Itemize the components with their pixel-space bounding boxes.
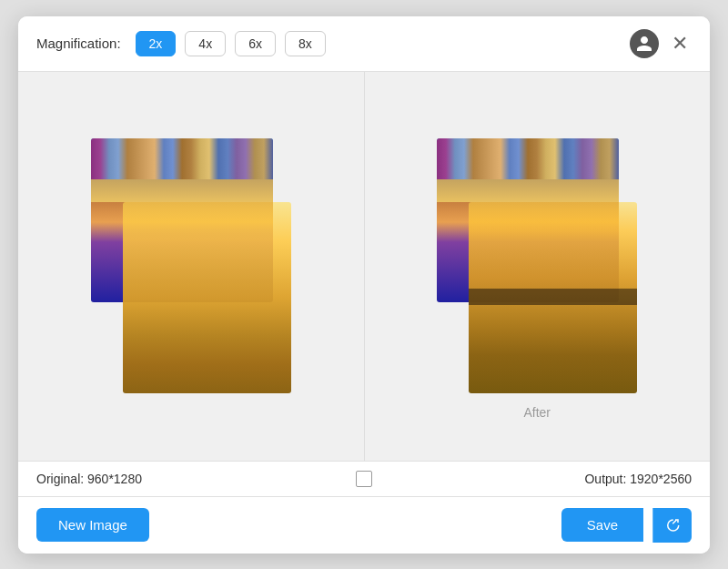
mag-6x-button[interactable]: 6x [235, 31, 276, 56]
sync-checkbox[interactable] [356, 471, 372, 487]
sync-checkbox-container [356, 471, 372, 487]
output-front-image [469, 202, 637, 393]
output-image-stack [437, 138, 637, 393]
original-front-image [123, 202, 291, 393]
original-info: Original: 960*1280 [36, 472, 356, 486]
yellow-blur-left [123, 202, 291, 393]
image-area: After [18, 72, 710, 461]
main-dialog: Magnification: 2x 4x 6x 8x ✕ [18, 16, 710, 554]
save-button[interactable]: Save [561, 508, 643, 542]
mag-4x-button[interactable]: 4x [185, 31, 226, 56]
output-pane: After [364, 72, 711, 461]
info-bar: Original: 960*1280 Output: 1920*2560 [18, 461, 710, 496]
mag-2x-button[interactable]: 2x [136, 31, 177, 56]
history-button[interactable] [652, 508, 692, 543]
header: Magnification: 2x 4x 6x 8x ✕ [18, 16, 710, 72]
original-pane [18, 72, 364, 461]
output-info: Output: 1920*2560 [372, 472, 692, 486]
magnification-label: Magnification: [36, 36, 121, 51]
new-image-button[interactable]: New Image [36, 508, 149, 542]
bar-top-left [91, 138, 273, 202]
after-label: After [523, 405, 551, 420]
bar-bottles-left [91, 138, 273, 179]
mag-8x-button[interactable]: 8x [285, 31, 326, 56]
close-button[interactable]: ✕ [668, 34, 692, 54]
bar-bottles-right [437, 138, 619, 179]
original-image-stack [91, 138, 291, 393]
footer: New Image Save [18, 496, 710, 554]
avatar[interactable] [630, 29, 659, 58]
bar-top-right [437, 138, 619, 202]
clock-icon [664, 517, 681, 533]
